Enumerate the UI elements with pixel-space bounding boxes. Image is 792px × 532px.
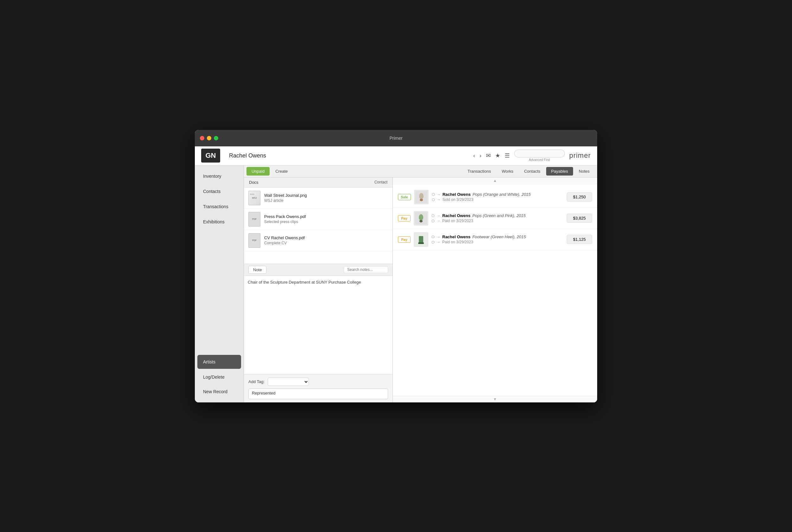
external-link-icon-0a[interactable]: ⬡	[432, 192, 435, 196]
doc-filename-1: Press Pack Owens.pdf	[264, 214, 306, 219]
sidebar-item-exhibitions[interactable]: Exhibitions	[197, 215, 241, 229]
payable-badge-0[interactable]: Sale	[398, 194, 411, 200]
external-link-icon-2a[interactable]: ⬡	[431, 235, 434, 239]
mail-icon[interactable]: ✉	[486, 152, 491, 159]
payable-artist-1: Rachel Owens	[442, 213, 470, 218]
svg-point-1	[419, 193, 424, 199]
svg-rect-7	[419, 236, 423, 243]
tab-contacts[interactable]: Contacts	[519, 167, 545, 175]
docs-label: Docs	[249, 180, 258, 185]
tags-section: Add Tag: Represented	[244, 374, 392, 402]
minimize-button[interactable]	[207, 136, 211, 140]
note-content-area: Chair of the Sculpture Department at SUN…	[244, 276, 392, 374]
note-tab-button[interactable]: Note	[248, 266, 266, 274]
artwork-thumb-2	[414, 232, 428, 247]
back-icon[interactable]: ‹	[473, 152, 475, 159]
tag-dropdown[interactable]	[268, 378, 309, 386]
payable-date-1: Paid on 3/29/2023	[442, 218, 473, 223]
sidebar-item-transactions[interactable]: Transactions	[197, 200, 241, 213]
add-tag-label: Add Tag:	[248, 379, 265, 384]
arrow-icon-0a: →	[437, 192, 441, 197]
primer-logo-text: primer	[569, 151, 591, 160]
sidebar-item-new-record[interactable]: New Record	[197, 385, 241, 399]
traffic-lights	[200, 136, 218, 140]
note-search-input[interactable]	[344, 266, 388, 273]
main-content: Inventory Contacts Transactions Exhibiti…	[195, 165, 597, 402]
tab-transactions[interactable]: Transactions	[463, 167, 496, 175]
tag-list: Represented	[248, 388, 388, 399]
forward-icon[interactable]: ›	[480, 152, 482, 159]
toolbar-actions: ‹ › ✉ ★ ☰ Advanced Find primer	[473, 150, 591, 162]
titlebar: Primer	[195, 130, 597, 146]
sidebar-bottom: Log/Delete New Record	[195, 369, 244, 402]
list-icon[interactable]: ☰	[505, 152, 510, 159]
payable-line1-2: ⬡ → Rachel Owens Footwear (Green Heel), …	[431, 234, 564, 239]
payable-date-0: Sold on 3/29/2023	[443, 197, 473, 202]
external-link-icon-0b[interactable]: ⬡	[432, 198, 435, 202]
right-panel: ▲ Sale	[393, 177, 597, 402]
toolbar: GN Rachel Owens ‹ › ✉ ★ ☰ Advanced Find …	[195, 146, 597, 165]
payable-artwork-0: Pops (Orange and White), 2015	[473, 192, 531, 197]
doc-item-1[interactable]: PDF Press Pack Owens.pdf Selected press …	[244, 209, 392, 230]
docs-list: WSJ Wall Street Journal.png WSJ article …	[244, 188, 392, 264]
doc-desc-0: WSJ article	[264, 198, 307, 203]
payable-line1-1: ⬡ → Rachel Owens Pops (Green and Pink), …	[431, 213, 564, 218]
payable-badge-2[interactable]: Pay	[398, 236, 410, 243]
arrow-icon-0b: →	[437, 197, 441, 202]
doc-info-1: Press Pack Owens.pdf Selected press clip…	[264, 214, 306, 224]
doc-item-0[interactable]: WSJ Wall Street Journal.png WSJ article	[244, 188, 392, 209]
scroll-down-arrow[interactable]: ▼	[393, 396, 597, 402]
scroll-up-arrow[interactable]: ▲	[393, 177, 597, 184]
payable-info-0: ⬡ → Rachel Owens Pops (Orange and White)…	[432, 192, 564, 202]
left-panel: Docs Contact WSJ Wall Street Journal.png…	[244, 177, 393, 402]
star-icon[interactable]: ★	[495, 152, 500, 159]
tab-payables[interactable]: Payables	[546, 167, 573, 175]
doc-item-2[interactable]: PDF CV Rachel Owens.pdf Complete CV	[244, 230, 392, 251]
sidebar-item-contacts[interactable]: Contacts	[197, 185, 241, 198]
payable-amount-btn-0[interactable]: $1,250	[567, 192, 592, 202]
svg-point-4	[419, 214, 423, 221]
doc-thumb-0: WSJ	[248, 191, 260, 205]
record-name: Rachel Owens	[229, 152, 469, 159]
doc-filename-2: CV Rachel Owens.pdf	[264, 235, 305, 240]
payable-sub-line-0: ⬡ → Sold on 3/29/2023	[432, 197, 564, 202]
external-link-icon-2b[interactable]: ⬡	[431, 240, 434, 244]
payable-row-2: Pay ⬡ →	[393, 229, 597, 250]
tab-notes[interactable]: Notes	[574, 167, 595, 175]
payable-artist-2: Rachel Owens	[442, 234, 470, 239]
tab-create[interactable]: Create	[270, 167, 293, 175]
content-area: Unpaid Create Transactions Works Contact…	[244, 165, 597, 402]
payable-sub-line-2: ⬡ → Paid on 3/29/2023	[431, 240, 564, 244]
sidebar-item-artists[interactable]: Artists	[197, 355, 241, 369]
arrow-icon-1b: →	[437, 218, 440, 223]
sidebar-item-log-delete[interactable]: Log/Delete	[197, 370, 241, 384]
tab-unpaid[interactable]: Unpaid	[247, 167, 270, 175]
doc-desc-1: Selected press clips	[264, 220, 306, 224]
advanced-find-label: Advanced Find	[529, 158, 550, 162]
payable-row-0: Sale ⬡ →	[393, 187, 597, 208]
sidebar: Inventory Contacts Transactions Exhibiti…	[195, 165, 244, 402]
artwork-thumb-0	[414, 190, 429, 204]
payables-list: Sale ⬡ →	[393, 184, 597, 396]
doc-filename-0: Wall Street Journal.png	[264, 193, 307, 198]
artwork-thumb-1	[414, 211, 428, 226]
doc-desc-2: Complete CV	[264, 241, 305, 245]
app-logo: GN	[201, 149, 220, 163]
doc-info-0: Wall Street Journal.png WSJ article	[264, 193, 307, 203]
maximize-button[interactable]	[214, 136, 218, 140]
payable-sub-line-1: ⬡ → Paid on 3/29/2023	[431, 218, 564, 223]
sidebar-item-inventory[interactable]: Inventory	[197, 169, 241, 183]
tag-represented: Represented	[252, 391, 275, 395]
external-link-icon-1a[interactable]: ⬡	[431, 213, 434, 218]
payable-amount-btn-1[interactable]: $3,825	[567, 213, 592, 223]
payable-amount-btn-2[interactable]: $1,125	[567, 235, 592, 244]
arrow-icon-2a: →	[437, 235, 440, 239]
tab-works[interactable]: Works	[497, 167, 519, 175]
close-button[interactable]	[200, 136, 204, 140]
payable-badge-1[interactable]: Pay	[398, 215, 410, 222]
external-link-icon-1b[interactable]: ⬡	[431, 219, 434, 223]
note-header: Note	[244, 264, 392, 276]
payable-info-2: ⬡ → Rachel Owens Footwear (Green Heel), …	[431, 234, 564, 244]
search-input[interactable]	[514, 150, 565, 157]
app-window: Primer GN Rachel Owens ‹ › ✉ ★ ☰ Advance…	[195, 130, 597, 402]
